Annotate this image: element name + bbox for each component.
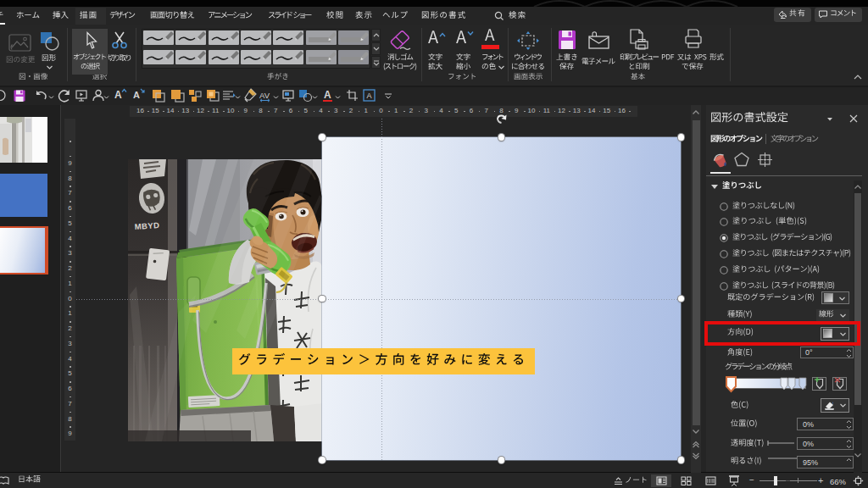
svg-text:MBYD: MBYD bbox=[134, 220, 159, 231]
svg-text:A: A bbox=[366, 92, 371, 100]
